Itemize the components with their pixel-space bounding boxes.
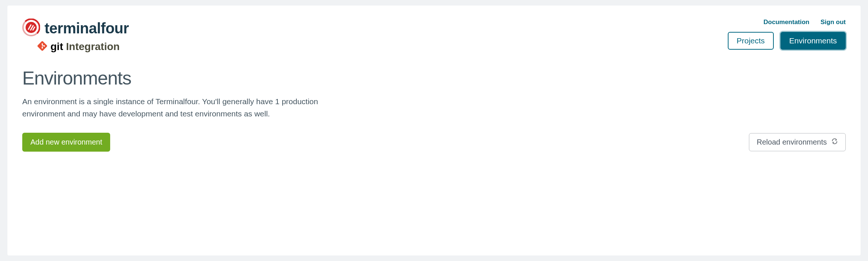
top-links: Documentation Sign out bbox=[763, 19, 846, 26]
sign-out-link[interactable]: Sign out bbox=[821, 19, 846, 26]
main-card: terminalfour git Integration bbox=[7, 6, 861, 255]
tab-projects[interactable]: Projects bbox=[728, 32, 774, 50]
tab-environments[interactable]: Environments bbox=[780, 32, 846, 50]
git-icon bbox=[37, 41, 47, 53]
branding: terminalfour git Integration bbox=[22, 19, 129, 53]
page-title: Environments bbox=[22, 67, 846, 89]
add-new-environment-button[interactable]: Add new environment bbox=[22, 133, 110, 152]
nav-tabs: Projects Environments bbox=[728, 32, 846, 50]
logo-main: terminalfour bbox=[22, 19, 129, 38]
reload-environments-button[interactable]: Reload environments bbox=[749, 133, 846, 151]
terminalfour-logo-icon bbox=[22, 19, 40, 38]
git-integration-text: git Integration bbox=[50, 41, 120, 53]
page-description: An environment is a single instance of T… bbox=[22, 96, 319, 120]
logo-text: terminalfour bbox=[45, 20, 129, 37]
refresh-icon bbox=[831, 138, 838, 146]
git-word: git bbox=[50, 41, 63, 52]
documentation-link[interactable]: Documentation bbox=[763, 19, 809, 26]
reload-label: Reload environments bbox=[757, 138, 827, 146]
integration-word: Integration bbox=[66, 41, 120, 52]
actions-row: Add new environment Reload environments bbox=[22, 133, 846, 152]
header: terminalfour git Integration bbox=[22, 19, 846, 53]
logo-sub: git Integration bbox=[37, 41, 129, 53]
top-right: Documentation Sign out Projects Environm… bbox=[728, 19, 846, 50]
